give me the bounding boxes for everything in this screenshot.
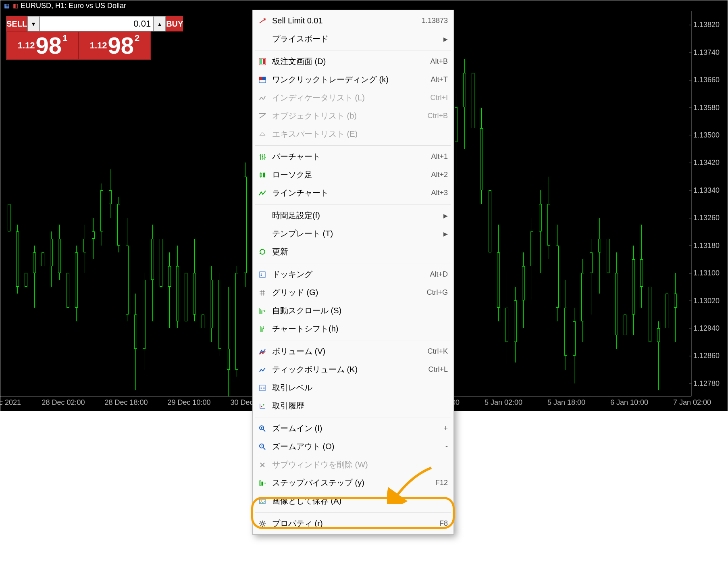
delsub-icon <box>257 459 268 471</box>
menu-item[interactable]: ズームイン (I)+ <box>253 419 453 438</box>
menu-item-shortcut: Ctrl+L <box>428 365 448 374</box>
candle <box>68 259 68 321</box>
menu-item-label: サブウィンドウを削除 (W) <box>272 459 448 470</box>
menu-separator <box>255 263 451 263</box>
candle <box>26 259 26 315</box>
menu-item-label: 板注文画面 (D) <box>272 56 426 67</box>
menu-item[interactable]: ステップバイステップ (y)F12 <box>253 474 453 492</box>
submenu-arrow-icon: ▶ <box>443 36 448 42</box>
menu-item[interactable]: バーチャートAlt+1 <box>253 148 453 166</box>
grid-icon <box>257 287 268 298</box>
menu-item[interactable]: 取引履歴 <box>253 397 453 415</box>
menu-separator <box>255 340 451 340</box>
candle <box>144 273 144 370</box>
menu-item[interactable]: ボリューム (V)Ctrl+K <box>253 342 453 360</box>
blank-icon <box>257 210 268 221</box>
menu-item-shortcut: Alt+T <box>431 75 448 84</box>
menu-item-label: 画像として保存 (A) <box>272 496 448 506</box>
menu-item-shortcut: Ctrl+I <box>430 94 448 102</box>
menu-item[interactable]: ドッキングAlt+D <box>253 265 453 283</box>
menu-item-shortcut: 1.13873 <box>422 17 448 25</box>
candle <box>245 162 245 287</box>
menu-item[interactable]: ローソク足Alt+2 <box>253 166 453 184</box>
menu-item[interactable]: ワンクリックトレーディング (k)Alt+T <box>253 71 453 89</box>
menu-item[interactable]: プライスボード▶ <box>253 30 453 48</box>
chart-title: EURUSD, H1: Euro vs US Dollar <box>21 2 126 10</box>
menu-item[interactable]: 自動スクロール (S) <box>253 302 453 320</box>
time-tick: 27 Dec 2021 <box>0 398 21 407</box>
menu-item[interactable]: 取引レベル <box>253 379 453 397</box>
menu-item[interactable]: プロパティ (r)F8 <box>253 515 453 533</box>
blank-icon <box>257 33 268 45</box>
time-tick: 29 Dec 10:00 <box>167 398 210 407</box>
submenu-arrow-icon: ▶ <box>443 212 448 219</box>
candle <box>110 169 110 218</box>
autoscroll-icon <box>257 305 268 317</box>
tickvolume-icon <box>257 364 268 375</box>
menu-item-shortcut: Ctrl+G <box>426 288 448 297</box>
menu-separator <box>255 204 451 204</box>
candle <box>194 239 195 321</box>
menu-item[interactable]: ラインチャートAlt+3 <box>253 184 453 202</box>
menu-separator <box>255 145 451 146</box>
candle <box>85 225 85 273</box>
expert-icon <box>257 129 268 140</box>
menu-item-label: 時間足設定(f) <box>272 210 439 221</box>
candle <box>237 266 237 377</box>
chart-status-icon: ◧ <box>12 2 19 9</box>
candle <box>574 308 574 383</box>
candle <box>540 190 541 273</box>
candle <box>161 225 161 300</box>
candle <box>119 197 119 252</box>
menu-item[interactable]: 板注文画面 (D)Alt+B <box>253 52 453 71</box>
price-axis: 1.138201.137401.136601.135801.135001.134… <box>691 11 728 396</box>
candle <box>650 259 650 356</box>
properties-icon <box>257 518 268 529</box>
menu-item[interactable]: Sell Limit 0.011.13873 <box>253 12 453 30</box>
menu-item[interactable]: ティックボリューム (K)Ctrl+L <box>253 360 453 379</box>
time-tick: 28 Dec 18:00 <box>104 398 148 407</box>
svg-point-28 <box>261 523 264 525</box>
menu-item-label: チャートシフト(h) <box>272 323 448 334</box>
menu-separator <box>255 417 451 417</box>
dom-icon <box>257 56 268 67</box>
time-tick: 28 Dec 02:00 <box>42 398 85 407</box>
menu-item[interactable]: テンプレート (T)▶ <box>253 225 453 243</box>
zoomin-icon <box>257 423 268 434</box>
zoomout-icon <box>257 441 268 452</box>
menu-item[interactable]: チャートシフト(h) <box>253 320 453 338</box>
time-tick: 5 Jan 18:00 <box>547 398 585 407</box>
candle <box>34 246 35 308</box>
candle <box>608 204 608 287</box>
candle <box>549 177 549 259</box>
chart-type-icon: ▦ <box>3 2 10 9</box>
chartshift-icon <box>257 323 268 335</box>
menu-item-label: ワンクリックトレーディング (k) <box>272 74 426 85</box>
menu-item-label: ローソク足 <box>272 169 427 180</box>
candle <box>211 266 212 342</box>
menu-item-shortcut: + <box>443 424 448 433</box>
menu-item[interactable]: 画像として保存 (A) <box>253 492 453 510</box>
menu-item[interactable]: 時間足設定(f)▶ <box>253 206 453 225</box>
refresh-icon <box>257 246 268 258</box>
candle <box>599 218 600 294</box>
menu-item[interactable]: 更新 <box>253 243 453 261</box>
menu-item-label: テンプレート (T) <box>272 228 439 239</box>
candle <box>523 252 524 328</box>
menu-item[interactable]: グリッド (G)Ctrl+G <box>253 283 453 302</box>
candle <box>616 252 617 349</box>
candle <box>675 273 676 342</box>
svg-rect-5 <box>262 77 266 80</box>
candle <box>152 225 153 321</box>
candle <box>532 218 532 300</box>
price-tick: 1.12860 <box>693 352 720 360</box>
menu-item-label: 取引履歴 <box>272 400 448 411</box>
menu-item-label: ドッキング <box>272 269 426 280</box>
time-tick: 6 Jan 10:00 <box>610 398 648 407</box>
menu-item-label: 更新 <box>272 246 448 257</box>
price-tick: 1.13180 <box>693 241 720 250</box>
menu-item[interactable]: ズームアウト (O)- <box>253 438 453 456</box>
svg-rect-1 <box>260 59 262 64</box>
svg-rect-24 <box>260 481 261 485</box>
menu-item-shortcut: F8 <box>439 519 448 528</box>
